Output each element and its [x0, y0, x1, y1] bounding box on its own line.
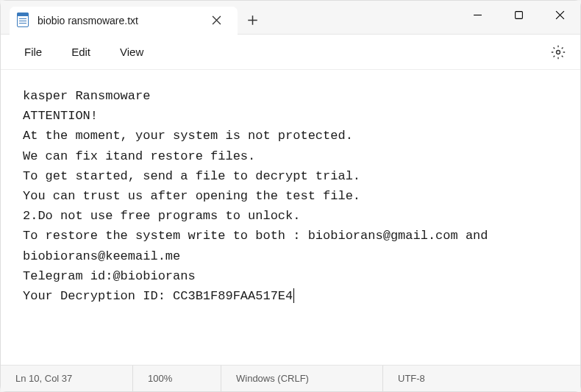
- minimize-button[interactable]: [457, 1, 498, 30]
- text-line: To get started, send a file to decrypt t…: [23, 166, 558, 186]
- text-line: kasper Ransmoware: [23, 86, 558, 106]
- gear-icon: [551, 45, 566, 60]
- text-line: To restore the system write to both : bi…: [23, 226, 558, 266]
- svg-point-1: [557, 50, 560, 54]
- maximize-icon: [514, 10, 524, 20]
- text-line: Your Decryption ID: CC3B1F89FAA517E4: [23, 286, 558, 306]
- menubar: File Edit View: [1, 35, 580, 70]
- svg-rect-0: [515, 12, 522, 19]
- statusbar: Ln 10, Col 37 100% Windows (CRLF) UTF-8: [1, 365, 580, 391]
- menu-file[interactable]: File: [10, 40, 57, 64]
- titlebar: biobio ransmoware.txt: [1, 1, 580, 35]
- text-line: Telegram id:@biobiorans: [23, 266, 558, 286]
- maximize-button[interactable]: [498, 1, 539, 30]
- status-cursor-position: Ln 10, Col 37: [1, 366, 133, 391]
- text-line: We can fix itand restore files.: [23, 146, 558, 166]
- text-line: 2.Do not use free programs to unlock.: [23, 206, 558, 226]
- minimize-icon: [473, 10, 482, 20]
- tab-title: biobio ransmoware.txt: [38, 15, 138, 26]
- plus-icon: [247, 15, 258, 26]
- text-editor-content[interactable]: kasper RansmowareATTENTION!At the moment…: [1, 70, 580, 365]
- close-icon: [555, 10, 565, 20]
- status-zoom[interactable]: 100%: [133, 366, 221, 391]
- status-encoding: UTF-8: [383, 366, 580, 391]
- status-line-ending: Windows (CRLF): [221, 366, 383, 391]
- document-tab[interactable]: biobio ransmoware.txt: [10, 7, 238, 35]
- text-line: At the moment, your system is not protec…: [23, 126, 558, 146]
- new-tab-button[interactable]: [238, 7, 267, 35]
- close-icon: [212, 15, 221, 25]
- notepad-icon: [17, 13, 30, 29]
- settings-button[interactable]: [545, 39, 571, 65]
- menu-edit[interactable]: Edit: [57, 40, 105, 64]
- close-window-button[interactable]: [539, 1, 580, 30]
- window-controls: [457, 1, 580, 35]
- text-line: ATTENTION!: [23, 106, 558, 126]
- notepad-window: biobio ransmoware.txt File Edit View: [0, 0, 581, 392]
- close-tab-button[interactable]: [205, 10, 227, 32]
- menu-view[interactable]: View: [105, 40, 158, 64]
- text-line: You can trust us after opening the test …: [23, 186, 558, 206]
